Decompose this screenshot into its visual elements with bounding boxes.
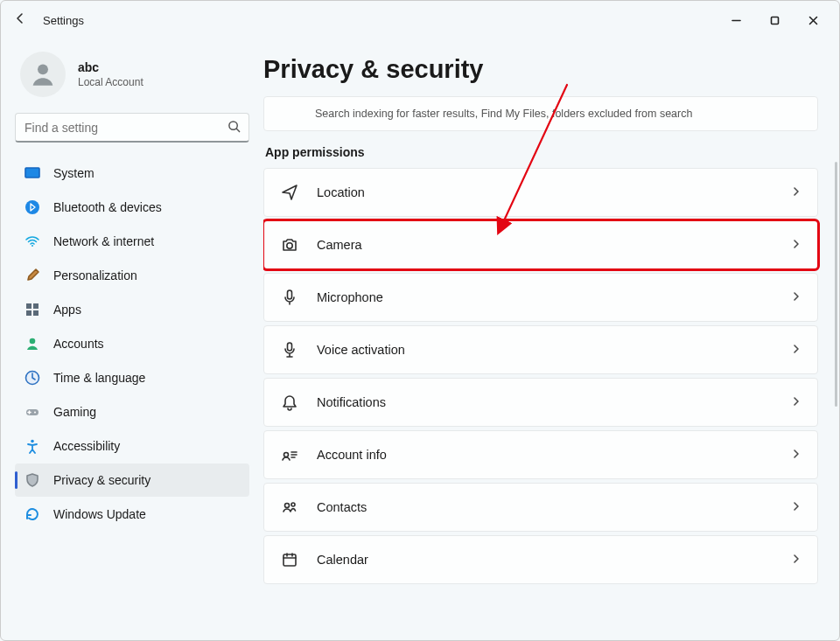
maximize-button[interactable]: [755, 6, 794, 34]
svg-rect-10: [33, 310, 38, 316]
nav-label: Windows Update: [53, 507, 146, 521]
nav-label: Accessibility: [53, 439, 120, 453]
svg-rect-9: [26, 310, 32, 316]
svg-point-11: [30, 338, 36, 345]
wifi-icon: [24, 233, 41, 250]
row-label: Camera: [317, 238, 774, 252]
account-info-icon: [280, 445, 299, 464]
nav-apps[interactable]: Apps: [15, 293, 249, 326]
row-account-info[interactable]: Account info: [263, 430, 818, 479]
nav-label: Privacy & security: [53, 473, 150, 487]
row-notifications[interactable]: Notifications: [263, 378, 818, 427]
row-label: Microphone: [317, 290, 774, 304]
page-title: Privacy & security: [263, 55, 818, 84]
svg-rect-3: [25, 168, 39, 178]
microphone-icon: [280, 288, 299, 307]
row-microphone[interactable]: Microphone: [263, 273, 818, 322]
svg-point-5: [25, 200, 39, 214]
chevron-right-icon: [791, 342, 802, 358]
nav-label: Time & language: [53, 371, 145, 385]
chevron-right-icon: [791, 394, 802, 410]
row-voice-activation[interactable]: Voice activation: [263, 325, 818, 374]
nav-update[interactable]: Windows Update: [15, 498, 249, 531]
scrollbar[interactable]: [835, 162, 837, 407]
row-contacts[interactable]: Contacts: [263, 483, 818, 532]
nav-privacy[interactable]: Privacy & security: [15, 463, 249, 497]
display-icon: [24, 164, 41, 182]
row-label: Account info: [317, 448, 774, 462]
row-label: Contacts: [317, 500, 774, 514]
nav-label: System: [53, 166, 94, 180]
apps-icon: [24, 301, 41, 318]
chevron-right-icon: [791, 237, 802, 253]
voice-icon: [280, 340, 299, 359]
nav-gaming[interactable]: Gaming: [15, 395, 249, 428]
calendar-icon: [280, 550, 299, 569]
row-label: Calendar: [317, 553, 774, 567]
main-content: Privacy & security Search indexing for f…: [263, 39, 839, 640]
search-input[interactable]: [15, 113, 249, 143]
svg-rect-7: [26, 303, 32, 309]
close-button[interactable]: [794, 6, 832, 34]
nav-network[interactable]: Network & internet: [15, 225, 249, 258]
contacts-icon: [280, 498, 299, 517]
search-box[interactable]: [15, 113, 249, 143]
svg-point-1: [38, 64, 48, 74]
brush-icon: [24, 267, 41, 284]
nav-personalization[interactable]: Personalization: [15, 259, 249, 292]
search-icon: [228, 120, 241, 136]
row-label: Notifications: [317, 395, 774, 409]
camera-icon: [280, 235, 299, 254]
user-name: abc: [78, 60, 144, 74]
nav-label: Gaming: [53, 405, 96, 419]
row-location[interactable]: Location: [263, 168, 818, 217]
row-camera[interactable]: Camera: [263, 220, 818, 269]
nav-label: Apps: [53, 303, 81, 317]
svg-point-15: [31, 440, 34, 443]
section-app-permissions: App permissions: [265, 145, 818, 159]
minimize-button[interactable]: [717, 6, 755, 34]
svg-point-21: [291, 503, 295, 506]
svg-point-14: [34, 412, 36, 414]
chevron-right-icon: [791, 185, 802, 200]
svg-point-20: [285, 504, 290, 508]
bluetooth-icon: [24, 199, 41, 216]
nav-label: Accounts: [53, 337, 104, 351]
nav-accounts[interactable]: Accounts: [15, 327, 249, 360]
location-icon: [280, 183, 299, 202]
nav-label: Personalization: [53, 268, 137, 282]
nav-label: Network & internet: [53, 234, 154, 248]
gamepad-icon: [24, 403, 41, 421]
row-label: Voice activation: [317, 343, 774, 357]
row-calendar[interactable]: Calendar: [263, 535, 818, 584]
person-icon: [24, 335, 41, 352]
avatar: [20, 52, 66, 97]
nav: System Bluetooth & devices Network & int…: [15, 157, 249, 531]
nav-time[interactable]: Time & language: [15, 361, 249, 394]
shield-icon: [24, 471, 41, 489]
user-block[interactable]: abc Local Account: [15, 48, 249, 113]
svg-rect-8: [33, 303, 38, 309]
update-icon: [24, 505, 41, 523]
svg-rect-17: [288, 290, 292, 299]
sidebar: abc Local Account System Bluetooth & d: [1, 39, 263, 640]
svg-point-19: [284, 453, 289, 457]
nav-bluetooth[interactable]: Bluetooth & devices: [15, 191, 249, 224]
chevron-right-icon: [791, 447, 802, 463]
clock-globe-icon: [24, 369, 41, 387]
bell-icon: [280, 393, 299, 412]
nav-label: Bluetooth & devices: [53, 200, 162, 214]
svg-rect-22: [284, 554, 296, 566]
search-settings-subtitle: Search indexing for faster results, Find…: [280, 108, 692, 120]
chevron-right-icon: [791, 499, 802, 515]
svg-rect-18: [288, 343, 292, 351]
back-button[interactable]: [13, 11, 38, 29]
svg-point-6: [32, 245, 33, 247]
row-label: Location: [317, 185, 774, 199]
search-settings-card[interactable]: Search indexing for faster results, Find…: [263, 96, 818, 131]
user-subtitle: Local Account: [78, 76, 144, 88]
nav-system[interactable]: System: [15, 157, 249, 190]
chevron-right-icon: [791, 552, 802, 568]
title-bar: Settings: [1, 1, 839, 39]
nav-accessibility[interactable]: Accessibility: [15, 429, 249, 463]
